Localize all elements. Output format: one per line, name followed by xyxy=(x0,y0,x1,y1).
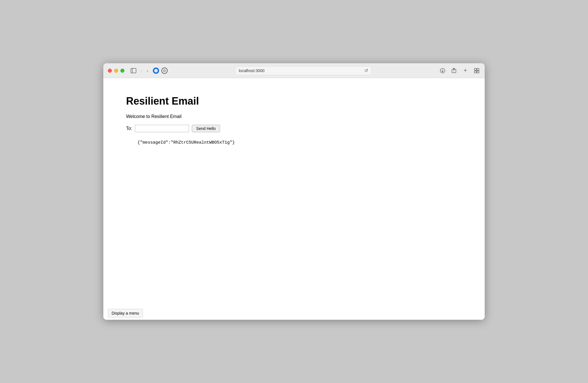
share-icon xyxy=(451,68,457,74)
extension-1-icon[interactable]: i xyxy=(153,68,159,74)
toolbar-right: + xyxy=(439,67,480,74)
to-input[interactable] xyxy=(135,125,189,132)
svg-rect-0 xyxy=(131,68,136,73)
url-text: localhost:3000 xyxy=(239,68,264,73)
browser-window: ‹ › i localhost:3000 ↺ xyxy=(103,63,485,320)
download-button[interactable] xyxy=(439,67,446,74)
maximize-button[interactable] xyxy=(120,69,124,73)
tab-overview-icon xyxy=(474,68,480,74)
nav-controls: ‹ › xyxy=(130,67,149,74)
traffic-lights xyxy=(108,69,124,73)
sidebar-icon xyxy=(131,68,136,74)
forward-button[interactable]: › xyxy=(145,68,149,74)
address-bar-container: localhost:3000 ↺ xyxy=(171,66,436,75)
share-button[interactable] xyxy=(451,67,457,74)
welcome-text: Welcome to Resilient Email xyxy=(126,114,462,119)
new-tab-button[interactable]: + xyxy=(462,67,469,74)
close-button[interactable] xyxy=(108,69,112,73)
svg-rect-8 xyxy=(474,68,476,70)
to-label: To: xyxy=(126,126,132,131)
email-form: To: Send Hello xyxy=(126,125,462,132)
download-icon xyxy=(440,68,445,74)
response-output: {"messageId":"RhZtrC5URealntWBO5xT1g"} xyxy=(137,140,462,145)
extension-2-icon[interactable] xyxy=(161,68,168,74)
minimize-button[interactable] xyxy=(114,69,118,73)
svg-rect-11 xyxy=(477,71,479,73)
title-bar: ‹ › i localhost:3000 ↺ xyxy=(103,63,485,78)
refresh-button[interactable]: ↺ xyxy=(364,68,368,73)
bottom-bar: Display a menu xyxy=(103,307,485,320)
svg-rect-10 xyxy=(474,71,476,73)
extension-icons: i xyxy=(153,68,168,74)
back-button[interactable]: ‹ xyxy=(139,68,143,74)
page-content: Resilient Email Welcome to Resilient Ema… xyxy=(103,78,485,320)
svg-text:i: i xyxy=(156,70,157,72)
page-title: Resilient Email xyxy=(126,95,462,107)
svg-rect-9 xyxy=(477,68,479,70)
display-menu-button[interactable]: Display a menu xyxy=(108,309,143,317)
address-bar[interactable]: localhost:3000 ↺ xyxy=(235,66,372,75)
tab-overview-button[interactable] xyxy=(473,67,480,74)
send-hello-button[interactable]: Send Hello xyxy=(192,125,220,132)
sidebar-toggle-button[interactable] xyxy=(130,67,137,74)
